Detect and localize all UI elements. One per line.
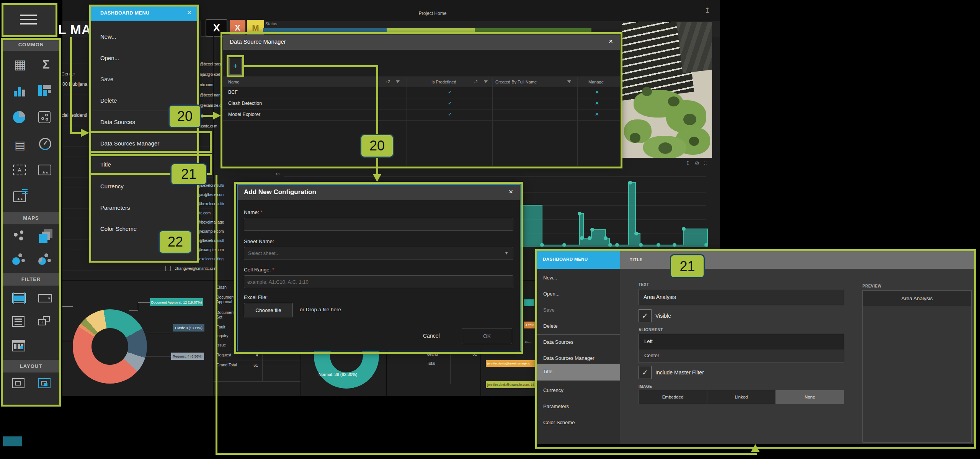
name-label-text: Name: [244, 209, 259, 215]
needle [43, 140, 47, 145]
pivot-row-label: Document Set [216, 310, 240, 325]
user-row-checkbox[interactable] [165, 266, 171, 271]
gauge-icon[interactable] [39, 138, 51, 150]
list-box-icon[interactable] [12, 316, 24, 327]
front-square: + [38, 319, 46, 325]
building-tree-4 [630, 133, 640, 143]
col-created-by[interactable]: Created By Full Name [495, 80, 537, 84]
text-box-icon[interactable]: A [13, 165, 26, 175]
table-row[interactable]: Model Explorer ✓ ✕ [223, 109, 620, 121]
sum-icon[interactable]: Σ [38, 57, 54, 72]
choropleth-map-icon[interactable] [39, 234, 47, 243]
excel-file-icon-orange[interactable]: X [230, 20, 245, 36]
filter-icon[interactable] [484, 80, 488, 85]
delete-x-icon[interactable]: ✕ [595, 100, 599, 106]
dsm-title-bar[interactable]: Data Source Manager × [223, 34, 620, 50]
file-icon-partial[interactable] [201, 20, 206, 37]
menu-item-color-scheme[interactable]: Color Scheme [91, 221, 198, 237]
treemap-icon[interactable] [38, 84, 52, 96]
add-configuration-button[interactable]: + [229, 58, 242, 75]
image-option-linked[interactable]: Linked [707, 390, 776, 404]
bubble-map-icon[interactable] [12, 253, 26, 266]
group-layout-icon[interactable] [12, 378, 24, 388]
user-row-email[interactable]: zhangwei@cmsntc.com [175, 266, 225, 271]
close-icon[interactable]: × [509, 188, 513, 196]
visible-checkbox[interactable]: ✓ [639, 309, 652, 322]
choose-file-button[interactable]: Choose file [244, 303, 293, 317]
menu-item-currency[interactable]: Currency [91, 179, 198, 194]
delete-x-icon[interactable]: ✕ [595, 111, 599, 117]
panel-title-label: TITLE [630, 257, 643, 262]
preview-title-text: Area Analysis [902, 296, 933, 301]
connector-bottom-h [216, 453, 757, 455]
ok-button[interactable]: OK [462, 328, 512, 344]
chip-orange-email: jennifer.davis@bexelmanager.c [486, 360, 536, 367]
menu-item-delete[interactable]: Delete [537, 319, 620, 333]
image-option-embedded[interactable]: Embedded [639, 390, 707, 404]
close-icon[interactable]: × [609, 37, 613, 46]
filter-icon[interactable] [396, 80, 400, 85]
table-row[interactable]: BCF ✓ ✕ [223, 87, 620, 98]
normal-donut-label: Normal: 38 (62.30%) [318, 372, 358, 377]
image-icon[interactable]: ▲▴ [38, 165, 51, 175]
menu-item-open[interactable]: Open... [537, 287, 620, 301]
align-option-left[interactable]: Left [639, 334, 844, 350]
pivot-grid-icon[interactable]: ▦ [11, 57, 28, 72]
name-field[interactable] [244, 218, 513, 231]
menu-item-new[interactable]: New... [91, 29, 198, 44]
delete-x-icon[interactable]: ✕ [595, 89, 599, 95]
filter-icon[interactable] [567, 80, 571, 85]
range-filter-icon[interactable] [12, 293, 26, 303]
cards-icon[interactable]: ▤ [11, 137, 28, 152]
widget-fullscreen-icon[interactable]: ∷ [704, 160, 707, 166]
pie-map-icon[interactable] [38, 253, 52, 266]
align-option-center[interactable]: Center [639, 350, 844, 363]
menu-item-currency[interactable]: Currency [537, 383, 620, 398]
tree-view-icon[interactable]: + [38, 316, 51, 327]
menu-item-delete[interactable]: Delete [91, 93, 198, 108]
tab-container-icon[interactable] [38, 378, 51, 388]
sort-indicator-predefined[interactable]: ↓1 [474, 80, 478, 84]
include-master-filter-checkbox[interactable]: ✓ [639, 366, 652, 379]
widget-share-icon[interactable]: ↥ [686, 160, 690, 166]
title-text-field[interactable] [639, 289, 844, 305]
close-icon[interactable]: × [187, 9, 191, 17]
menu-item-data-sources-manager[interactable]: Data Sources Manager [91, 136, 198, 151]
dot-map-icon[interactable] [13, 230, 26, 242]
col-name[interactable]: Name [228, 80, 239, 84]
bar [18, 87, 21, 96]
menu-item-parameters[interactable]: Parameters [91, 200, 198, 216]
hamburger-menu-button[interactable] [20, 14, 37, 26]
menu-item-color-scheme[interactable]: Color Scheme [537, 415, 620, 430]
table-row[interactable]: Clash Detection ✓ ✕ [223, 98, 620, 109]
menu-item-data-sources[interactable]: Data Sources [91, 114, 198, 130]
excel-file-icon-yellow[interactable]: M [247, 20, 264, 36]
dashboard-menu-header: DASHBOARD MENU × [91, 6, 198, 21]
col-predefined[interactable]: Is Predefined [431, 80, 456, 84]
cell-range-field[interactable] [244, 275, 513, 288]
upload-icon[interactable]: ↥ [704, 6, 710, 15]
menu-item-open[interactable]: Open... [91, 51, 198, 66]
sort-indicator-name[interactable]: ↑2 [386, 80, 390, 84]
sheet-select[interactable]: Select sheet... ▾ [244, 247, 513, 260]
combo-box-icon[interactable]: ▾ [38, 294, 52, 302]
anc-title-bar[interactable]: Add New Configuration × [238, 185, 520, 200]
widget-edit-icon[interactable]: ⊘ [695, 160, 699, 166]
block [43, 85, 51, 89]
divider-v [213, 21, 214, 396]
menu-item-save[interactable]: Save [537, 303, 620, 317]
menu-item-title-selected[interactable]: Title [537, 364, 620, 381]
bound-image-icon[interactable]: ▲▴ [13, 191, 26, 202]
menu-item-title[interactable]: Title [91, 157, 198, 172]
cancel-button[interactable]: Cancel [423, 333, 440, 339]
menu-item-save[interactable]: Save [91, 72, 198, 87]
pie-chart-icon[interactable] [13, 111, 25, 123]
menu-item-new[interactable]: New... [537, 271, 620, 285]
scatter-chart-icon[interactable] [38, 111, 51, 123]
predefined-check-icon: ✓ [448, 111, 452, 117]
menu-item-parameters[interactable]: Parameters [537, 399, 620, 414]
image-option-none-selected[interactable]: None [776, 390, 844, 404]
date-filter-icon[interactable] [12, 340, 25, 351]
menu-item-data-sources[interactable]: Data Sources [537, 335, 620, 350]
bar-chart-icon[interactable] [13, 85, 27, 96]
